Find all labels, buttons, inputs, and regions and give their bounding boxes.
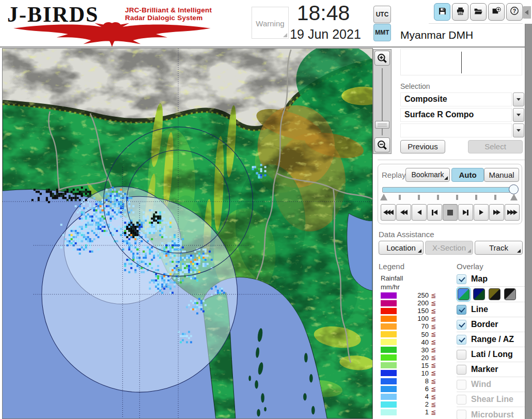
overlay-row-range-az: Range / AZ [457,332,525,347]
legend-value: 6 [397,385,429,393]
selection-dropdown-3-arrow-button[interactable] [513,123,524,137]
legend-color-swatch [381,409,397,415]
overlay-row-line: Line [457,302,525,317]
overlay-row-marker: Marker [457,362,525,377]
bookmark-button[interactable]: Bookmark [405,168,450,182]
map-style-2-swatch[interactable] [473,288,485,300]
marker-checkbox[interactable] [457,365,466,375]
open-button[interactable] [470,3,487,21]
eagle-logo-icon [4,21,218,46]
warning-button[interactable]: Warning [252,7,289,39]
legend-suffix: ≦ [431,300,436,307]
lati-long-checkbox[interactable] [457,350,466,360]
legend-row: 20≦ [381,354,436,362]
skip-start-fast-icon [389,210,394,215]
zoom-in-button[interactable] [374,51,390,66]
help-button[interactable]: ? [506,3,523,21]
legend-color-swatch [381,362,397,368]
folder-open-icon [474,7,483,18]
play-backward-button[interactable] [412,204,427,221]
legend-suffix: ≦ [431,354,436,361]
panel-divider [378,160,525,160]
legend-value: 200 [397,299,429,307]
map-style-3-swatch[interactable] [489,288,500,300]
svg-text:?: ? [513,8,516,14]
rewind-button[interactable] [396,204,411,221]
legend-suffix: ≦ [431,409,436,416]
range-az-checkbox[interactable] [457,335,466,345]
radar-map[interactable] [2,48,373,419]
play-forward-button[interactable] [474,204,489,221]
auto-button[interactable]: Auto [451,168,484,182]
border-checkbox[interactable] [457,320,466,330]
panel-collapse-button[interactable] [522,6,531,19]
utc-button[interactable]: UTC [373,6,391,23]
map-checkbox[interactable] [457,274,466,284]
legend-row: 10≦ [381,369,436,377]
legend-color-swatch [381,323,397,330]
stop-button[interactable] [443,204,458,221]
legend-color-swatch [381,300,397,306]
map-style-4-swatch[interactable] [504,288,516,300]
magnifier-minus-icon [377,139,388,151]
selection-dropdown-1-value[interactable]: Composite [400,92,512,106]
legend-color-swatch [381,308,397,314]
step-forward-icon [463,210,467,215]
fast-forward-button[interactable] [489,204,504,221]
replay-label: Replay [382,170,406,179]
selection-dropdown-3-value[interactable] [400,123,512,137]
wind-checkbox[interactable] [457,380,466,390]
zoom-out-button[interactable] [374,137,390,152]
print-button[interactable] [452,3,468,21]
replay-timeline-track[interactable] [382,187,518,193]
manual-button[interactable]: Manual [484,168,519,182]
selection-dropdown-1-arrow-button[interactable] [513,92,524,106]
legend-color-swatch [381,394,397,400]
microburst-checkbox[interactable] [457,410,466,419]
track-button[interactable]: Track [475,241,523,255]
legend-value: 250 [397,291,429,299]
snapshot-button[interactable] [488,3,505,21]
skip-start-fast-button[interactable] [381,204,396,221]
overlay-item-label: Wind [471,380,491,389]
line-checkbox[interactable] [457,305,466,315]
zoom-slider-handle[interactable] [375,121,389,129]
legend-color-swatch [381,292,397,299]
selection-dropdown-2-arrow-button[interactable] [513,108,524,122]
stop-icon [447,210,453,215]
x-section-button[interactable]: X-Section [425,241,473,255]
overlay-item-label: Shear Line [471,395,513,404]
legend-row: 6≦ [381,385,436,393]
select-button[interactable]: Select [468,140,523,153]
skip-end-fast-icon [513,210,518,215]
legend-suffix: ≦ [431,346,436,353]
save-button[interactable] [434,3,450,21]
legend-color-swatch [381,339,397,345]
timeline-end-marker[interactable] [510,194,518,200]
overlay-item-label: Marker [471,365,498,374]
mmt-button[interactable]: MMT [373,24,391,41]
legend-color-swatch [381,347,397,353]
legend-suffix: ≦ [431,331,436,338]
map-style-1-swatch[interactable] [458,288,470,300]
selection-dropdown-2-value[interactable]: Surface R Compo [400,108,512,122]
timeline-tick [456,195,458,200]
overlay-checkbox-list: MapLineBorderRange / AZLati / LongMarker… [457,272,525,419]
legend-suffix: ≦ [431,393,436,400]
legend-suffix: ≦ [431,292,436,299]
overlay-row-border: Border [457,317,525,332]
location-button[interactable]: Location [379,241,424,255]
skip-end-fast-button[interactable] [505,204,520,221]
play-forward-icon [479,210,483,215]
replay-timeline-handle[interactable] [509,184,519,194]
shear-line-checkbox[interactable] [457,395,466,405]
map-zoom-control [373,49,392,154]
step-forward-button[interactable] [458,204,473,221]
timeline-start-marker[interactable] [380,194,387,200]
legend-value: 150 [397,307,429,315]
previous-button[interactable]: Previous [400,140,445,153]
info-box-divider [461,52,462,73]
image-add-icon [492,7,501,18]
timeline-tick [494,195,496,200]
step-backward-button[interactable] [427,204,442,221]
